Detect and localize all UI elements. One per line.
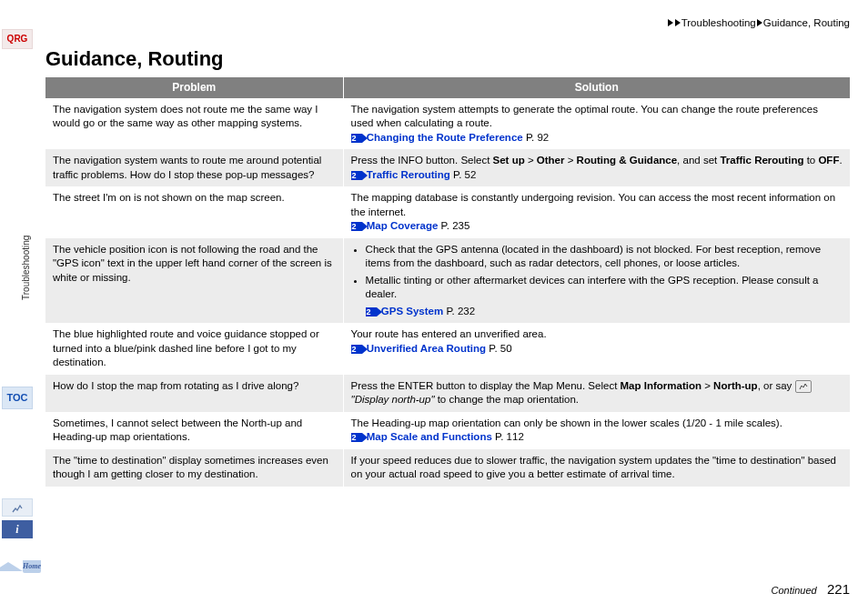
table-row: How do I stop the map from rotating as I…: [45, 375, 850, 412]
col-solution: Solution: [343, 77, 850, 97]
info-icon[interactable]: i: [2, 520, 33, 538]
breadcrumb: TroubleshootingGuidance, Routing: [45, 16, 850, 31]
table-row: The "time to destination" display someti…: [45, 449, 850, 487]
table-row: The vehicle position icon is not followi…: [45, 238, 850, 324]
chevron-right-icon: [674, 16, 681, 31]
troubleshooting-table: Problem Solution The navigation system d…: [45, 77, 850, 487]
link-icon: [351, 134, 362, 143]
page-number: 221: [827, 581, 850, 597]
continued-label: Continued: [771, 585, 816, 596]
table-row: The navigation system does not route me …: [45, 98, 850, 150]
col-problem: Problem: [45, 77, 343, 97]
link-gps-system[interactable]: GPS System: [381, 306, 443, 317]
link-map-coverage[interactable]: Map Coverage: [367, 220, 439, 231]
home-icon[interactable]: Home: [0, 553, 35, 580]
toc-tab[interactable]: TOC: [2, 387, 33, 409]
chevron-right-icon: [756, 16, 763, 31]
table-row: The navigation system wants to route me …: [45, 149, 850, 186]
sidebar: QRG Troubleshooting TOC i Home: [0, 0, 35, 613]
qrg-tab[interactable]: QRG: [2, 29, 33, 49]
chevron-right-icon: [667, 16, 674, 31]
page-footer: Continued 221: [771, 580, 850, 598]
link-unverified-area[interactable]: Unverified Area Routing: [367, 343, 486, 354]
link-icon: [366, 307, 377, 317]
page-title: Guidance, Routing: [45, 45, 850, 73]
table-row: The blue highlighted route and voice gui…: [45, 323, 850, 375]
link-icon: [351, 222, 362, 231]
link-map-scale[interactable]: Map Scale and Functions: [367, 431, 492, 442]
link-icon: [351, 171, 362, 180]
voice-command-icon[interactable]: [2, 498, 33, 517]
link-icon: [351, 345, 362, 354]
voice-command-inline-icon: [795, 380, 812, 393]
table-row: Sometimes, I cannot select between the N…: [45, 412, 850, 449]
link-route-preference[interactable]: Changing the Route Preference: [367, 132, 523, 143]
table-row: The street I'm on is not shown on the ma…: [45, 186, 850, 238]
link-icon: [351, 433, 362, 442]
link-traffic-rerouting[interactable]: Traffic Rerouting: [367, 169, 450, 180]
page-content: TroubleshootingGuidance, Routing Guidanc…: [45, 16, 850, 597]
section-vertical-label: Troubleshooting: [20, 236, 33, 300]
